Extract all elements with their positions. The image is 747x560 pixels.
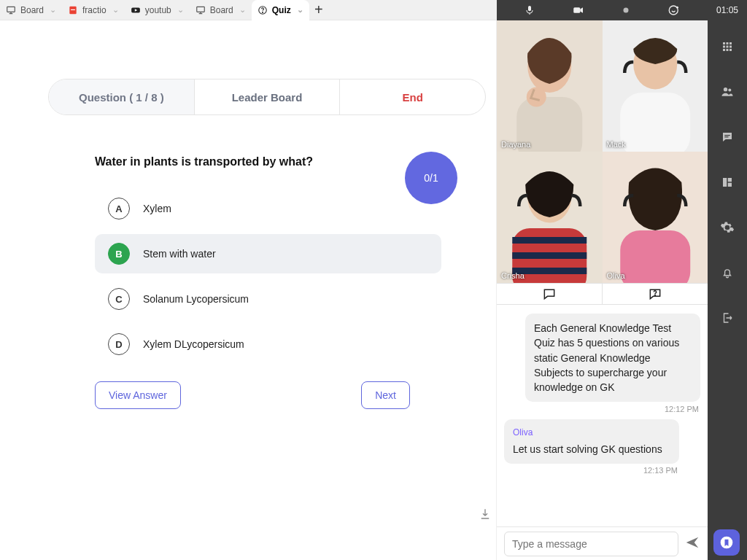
chevron-down-icon: ⌄ — [239, 5, 246, 15]
call-chat-panel: Diayana Mack Crisha Oliva Each General K… — [496, 0, 708, 560]
reactions-button[interactable] — [667, 4, 681, 17]
right-rail: 01:05 — [708, 0, 747, 560]
svg-point-40 — [724, 88, 727, 91]
settings-button[interactable] — [716, 216, 739, 239]
camera-button[interactable] — [572, 4, 585, 17]
chat-composer — [497, 526, 708, 560]
option-text: Solanum Lycopersicum — [143, 293, 249, 305]
tab-strip: Board ⌄ fractio ⌄ youtub ⌄ Board ⌄ Quiz … — [0, 0, 496, 20]
qa-tab[interactable] — [603, 284, 708, 304]
chat-sender: Oliva — [513, 427, 670, 439]
pdf-icon — [68, 5, 78, 15]
video-tile[interactable]: Diayana — [497, 20, 603, 152]
video-tile[interactable]: Crisha — [497, 152, 603, 283]
svg-rect-0 — [7, 7, 15, 12]
pill-question[interactable]: Question ( 1 / 8 ) — [49, 79, 195, 114]
notifications-button[interactable] — [716, 261, 739, 284]
grid-view-button[interactable] — [716, 35, 739, 58]
exit-button[interactable] — [716, 306, 739, 330]
svg-rect-2 — [71, 9, 75, 9]
svg-rect-43 — [724, 136, 728, 137]
tab-youtube[interactable]: youtub ⌄ — [125, 0, 190, 20]
svg-rect-39 — [729, 49, 732, 51]
add-tab-button[interactable]: + — [309, 1, 328, 18]
pill-leader-label: Leader Board — [232, 91, 303, 104]
presentation-icon — [196, 5, 206, 15]
mic-button[interactable] — [524, 4, 535, 16]
option-text: Xylem DLycopersicum — [143, 338, 244, 350]
chat-timestamp: 12:12 PM — [665, 404, 699, 416]
participant-name: Diayana — [501, 140, 530, 149]
chat-text: Each General Knowledge Test Quiz has 5 q… — [534, 321, 692, 394]
video-grid: Diayana Mack Crisha Oliva — [497, 20, 708, 283]
svg-rect-45 — [728, 178, 732, 182]
pill-leaderboard[interactable]: Leader Board — [195, 79, 341, 114]
svg-rect-46 — [728, 183, 732, 187]
tab-pdf[interactable]: fractio ⌄ — [62, 0, 125, 20]
tab-label: youtub — [145, 5, 171, 15]
quiz-button-row: View Answer Next — [95, 381, 410, 409]
youtube-icon — [131, 5, 141, 15]
svg-point-6 — [262, 12, 263, 12]
svg-rect-29 — [620, 230, 690, 283]
chevron-down-icon: ⌄ — [50, 5, 56, 15]
chat-tab[interactable] — [497, 284, 603, 304]
svg-point-30 — [655, 295, 656, 295]
svg-rect-37 — [723, 49, 725, 51]
help-circle-icon — [258, 5, 268, 15]
record-button[interactable] — [621, 5, 631, 15]
svg-point-41 — [728, 89, 731, 92]
option-c[interactable]: CSolanum Lycopersicum — [95, 279, 441, 319]
call-controls — [497, 0, 708, 20]
svg-rect-24 — [512, 237, 587, 244]
chat-rail-button[interactable] — [716, 125, 739, 149]
tab-board-2[interactable]: Board ⌄ — [190, 0, 252, 20]
chat-icon — [542, 287, 557, 301]
download-button[interactable] — [479, 508, 492, 524]
option-b[interactable]: BStem with water — [95, 234, 441, 273]
svg-rect-33 — [729, 42, 732, 44]
participant-name: Oliva — [607, 271, 625, 280]
chat-input[interactable] — [504, 532, 678, 556]
option-badge: C — [108, 288, 130, 310]
svg-point-17 — [527, 88, 546, 107]
tab-board-1[interactable]: Board ⌄ — [0, 0, 62, 20]
layout-button[interactable] — [716, 171, 739, 194]
send-button[interactable] — [684, 534, 700, 553]
option-a[interactable]: AXylem — [95, 189, 441, 228]
pill-end[interactable]: End — [340, 79, 485, 114]
chat-message: OlivaLet us start solving GK questions12… — [504, 419, 679, 464]
chat-scroll[interactable]: Each General Knowledge Test Quiz has 5 q… — [497, 305, 708, 526]
chevron-down-icon: ⌄ — [297, 5, 303, 15]
svg-rect-35 — [727, 46, 729, 48]
call-timer: 01:05 — [708, 0, 747, 20]
question-prompt: Water in plants is transported by what? — [95, 155, 441, 168]
tab-label: Board — [20, 5, 44, 15]
pill-end-label: End — [403, 91, 423, 104]
svg-rect-4 — [197, 7, 205, 12]
tab-label: fractio — [82, 5, 107, 15]
svg-rect-32 — [727, 42, 729, 44]
video-tile[interactable]: Oliva — [603, 152, 708, 283]
options-list: AXylemBStem with waterCSolanum Lycopersi… — [95, 189, 441, 364]
view-answer-button[interactable]: View Answer — [95, 381, 181, 409]
video-tile[interactable]: Mack — [603, 20, 708, 152]
svg-point-12 — [624, 8, 629, 13]
option-d[interactable]: DXylem DLycopersicum — [95, 324, 441, 364]
svg-rect-31 — [723, 42, 725, 44]
chat-tabs — [497, 283, 708, 305]
tab-quiz[interactable]: Quiz ⌄ — [252, 0, 309, 20]
question-block: Water in plants is transported by what? … — [95, 155, 441, 370]
chat-message: Each General Knowledge Test Quiz has 5 q… — [525, 314, 700, 402]
participant-name: Crisha — [501, 271, 525, 280]
participants-button[interactable] — [716, 80, 739, 104]
question-chat-icon — [648, 287, 662, 301]
svg-rect-10 — [528, 6, 531, 11]
svg-rect-42 — [724, 135, 730, 136]
brand-fab[interactable] — [713, 529, 740, 556]
next-button[interactable]: Next — [361, 381, 410, 409]
chevron-down-icon: ⌄ — [177, 5, 184, 15]
pill-question-label: Question ( 1 / 8 ) — [79, 91, 164, 104]
svg-rect-34 — [723, 46, 725, 48]
tab-label: Quiz — [272, 5, 291, 15]
